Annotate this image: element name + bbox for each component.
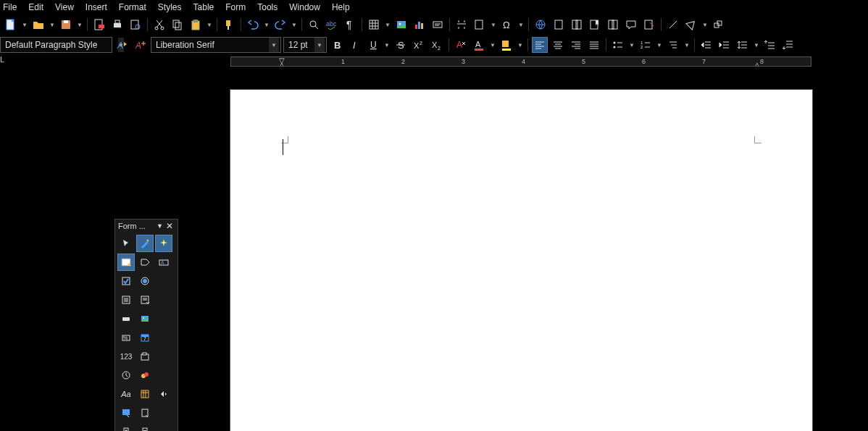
chart-button[interactable]: [412, 17, 427, 33]
image-control-button[interactable]: [117, 404, 135, 422]
file-selection-button[interactable]: [136, 404, 154, 422]
horizontal-ruler[interactable]: ▽ △ △ 1 2 3 4 5 6 7 8: [230, 57, 811, 67]
cross-ref-button[interactable]: [605, 17, 621, 33]
endnote-button[interactable]: [569, 17, 585, 33]
new-style-button[interactable]: A: [133, 37, 149, 53]
footnote-button[interactable]: [551, 17, 567, 33]
menu-table[interactable]: Table: [193, 2, 214, 12]
pattern-field-button[interactable]: Aa: [117, 385, 135, 403]
menu-view[interactable]: View: [55, 2, 74, 12]
form-controls-panel[interactable]: Form ... ▼ ✕ A: [114, 219, 178, 431]
outline-dropdown[interactable]: ▼: [683, 42, 690, 49]
align-center-button[interactable]: [550, 37, 566, 53]
justify-button[interactable]: [586, 37, 602, 53]
align-right-button[interactable]: [568, 37, 584, 53]
date-field-button[interactable]: 7: [136, 329, 154, 346]
bullet-list-dropdown[interactable]: ▼: [628, 42, 635, 49]
field-dropdown[interactable]: ▼: [490, 22, 497, 28]
copy-button[interactable]: [170, 17, 185, 33]
menu-edit[interactable]: Edit: [28, 2, 43, 12]
line-button[interactable]: [665, 17, 681, 33]
undo-dropdown[interactable]: ▼: [263, 22, 270, 28]
font-name-dropdown[interactable]: ▼: [269, 38, 279, 52]
special-char-dropdown[interactable]: ▼: [517, 22, 525, 28]
update-style-button[interactable]: A: [114, 37, 130, 53]
number-list-button[interactable]: 12: [638, 37, 654, 53]
basic-shapes-button[interactable]: [683, 17, 699, 33]
align-left-button[interactable]: [532, 37, 548, 53]
currency-field-button[interactable]: [136, 367, 154, 384]
page-break-button[interactable]: [454, 17, 470, 33]
save-button[interactable]: [58, 17, 74, 33]
textbox-control-button[interactable]: A: [155, 254, 172, 271]
save-dropdown[interactable]: ▼: [76, 22, 83, 28]
table-dropdown[interactable]: ▼: [384, 22, 391, 28]
table-button[interactable]: [366, 17, 382, 33]
track-changes-button[interactable]: [641, 17, 657, 33]
redo-dropdown[interactable]: ▼: [291, 22, 298, 28]
paste-button[interactable]: [188, 17, 204, 33]
combobox-button[interactable]: [136, 291, 154, 309]
increase-indent-button[interactable]: [698, 37, 714, 53]
underline-button[interactable]: U: [365, 37, 381, 53]
image-button[interactable]: [393, 17, 409, 33]
undo-button[interactable]: [245, 17, 261, 33]
special-char-button[interactable]: Ω: [499, 17, 515, 33]
label-button[interactable]: [136, 254, 154, 271]
italic-button[interactable]: I: [347, 37, 363, 53]
highlight-button[interactable]: [498, 37, 514, 53]
form-design-button[interactable]: [117, 254, 135, 271]
group-box-button[interactable]: [136, 348, 154, 365]
new-dropdown[interactable]: ▼: [21, 22, 28, 28]
nav-bar-button[interactable]: [155, 385, 172, 403]
basic-shapes-dropdown[interactable]: ▼: [701, 22, 709, 28]
highlight-dropdown[interactable]: ▼: [517, 42, 524, 49]
open-dropdown[interactable]: ▼: [49, 22, 56, 28]
bullet-list-button[interactable]: [610, 37, 626, 53]
textbox-button[interactable]: [430, 17, 446, 33]
menu-tools[interactable]: Tools: [257, 2, 277, 12]
formatted-field-button[interactable]: %: [117, 329, 135, 346]
superscript-button[interactable]: X2: [411, 37, 427, 53]
draw-functions-button[interactable]: [711, 17, 727, 33]
line-spacing-dropdown[interactable]: ▼: [753, 42, 760, 49]
font-name-combo[interactable]: [151, 40, 269, 50]
new-button[interactable]: [3, 17, 19, 33]
menu-window[interactable]: Window: [289, 2, 320, 12]
comment-button[interactable]: [623, 17, 639, 33]
font-color-button[interactable]: A: [471, 37, 487, 53]
menu-file[interactable]: File: [3, 2, 17, 12]
paste-dropdown[interactable]: ▼: [206, 22, 213, 28]
design-mode-button[interactable]: [136, 235, 154, 252]
paragraph-style-combo[interactable]: [1, 40, 118, 50]
document-page[interactable]: [230, 90, 812, 431]
bookmark-button[interactable]: [587, 17, 603, 33]
radio-button[interactable]: [136, 272, 154, 290]
select-tool-button[interactable]: [117, 235, 135, 252]
open-button[interactable]: [30, 17, 46, 33]
menu-insert[interactable]: Insert: [85, 2, 107, 12]
field-button[interactable]: [472, 17, 488, 33]
menu-format[interactable]: Format: [119, 2, 146, 12]
redo-button[interactable]: [272, 17, 288, 33]
spellcheck-button[interactable]: abc: [324, 17, 340, 33]
font-size-combo[interactable]: [284, 40, 314, 50]
clear-formatting-button[interactable]: A: [453, 37, 469, 53]
tab-type-indicator[interactable]: L: [0, 55, 4, 64]
menu-form[interactable]: Form: [225, 2, 246, 12]
image-button[interactable]: [136, 310, 154, 327]
font-size-dropdown[interactable]: ▼: [314, 38, 325, 52]
table-control-button[interactable]: [136, 385, 154, 403]
wizards-button[interactable]: [155, 235, 172, 252]
decrease-para-spacing-button[interactable]: [780, 37, 796, 53]
hyperlink-button[interactable]: [533, 17, 548, 33]
print-button[interactable]: [109, 17, 125, 33]
font-color-dropdown[interactable]: ▼: [489, 42, 496, 49]
menu-styles[interactable]: Styles: [158, 2, 182, 12]
push-button[interactable]: [117, 310, 135, 327]
clone-formatting-button[interactable]: [221, 17, 237, 33]
decrease-indent-button[interactable]: [717, 37, 733, 53]
spin-button[interactable]: [117, 423, 135, 431]
subscript-button[interactable]: X2: [429, 37, 445, 53]
bold-button[interactable]: B: [329, 37, 345, 53]
